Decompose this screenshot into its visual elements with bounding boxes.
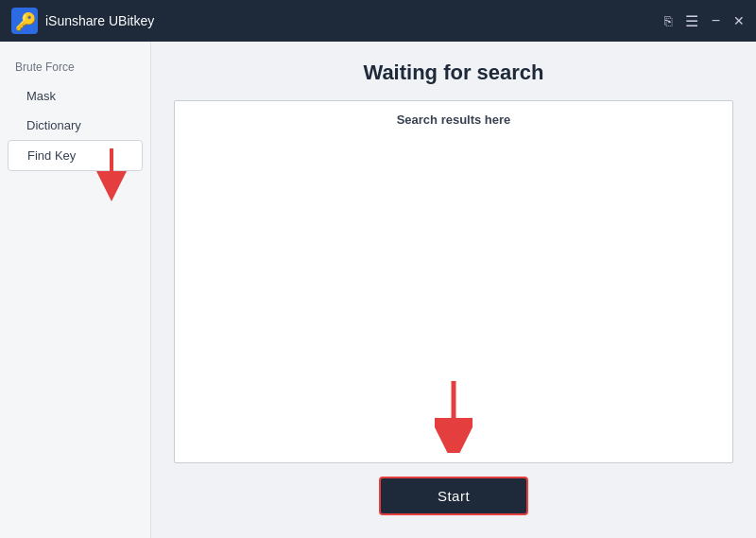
- sidebar-item-mask[interactable]: Mask: [0, 81, 150, 111]
- sidebar-item-dictionary[interactable]: Dictionary: [0, 111, 150, 140]
- brute-force-label: Brute Force: [0, 57, 150, 81]
- search-results-label: Search results here: [397, 113, 511, 127]
- dictionary-label: Dictionary: [26, 118, 81, 132]
- start-button-area: Start: [174, 463, 733, 519]
- app-title: iSunshare UBitkey: [45, 13, 664, 28]
- window-controls: ⎘ ☰ − ✕: [664, 12, 745, 30]
- content-arrow: [435, 377, 472, 453]
- search-results-box: Search results here: [174, 100, 733, 463]
- content-area: Waiting for search Search results here S…: [151, 42, 756, 538]
- sidebar: Brute Force Mask Dictionary Find Key: [0, 42, 151, 538]
- menu-icon[interactable]: ☰: [685, 12, 698, 30]
- findkey-label: Find Key: [27, 148, 76, 163]
- sidebar-item-findkey[interactable]: Find Key: [8, 140, 143, 171]
- minimize-icon[interactable]: −: [712, 12, 720, 29]
- svg-text:🔑: 🔑: [15, 11, 37, 32]
- mask-label: Mask: [26, 89, 56, 103]
- start-button[interactable]: Start: [379, 477, 528, 515]
- main-layout: Brute Force Mask Dictionary Find Key Wai…: [0, 42, 756, 538]
- title-bar: 🔑 iSunshare UBitkey ⎘ ☰ − ✕: [0, 0, 756, 42]
- share-icon[interactable]: ⎘: [664, 13, 672, 28]
- app-logo: 🔑: [11, 8, 38, 34]
- page-title: Waiting for search: [363, 61, 543, 85]
- close-icon[interactable]: ✕: [733, 13, 745, 28]
